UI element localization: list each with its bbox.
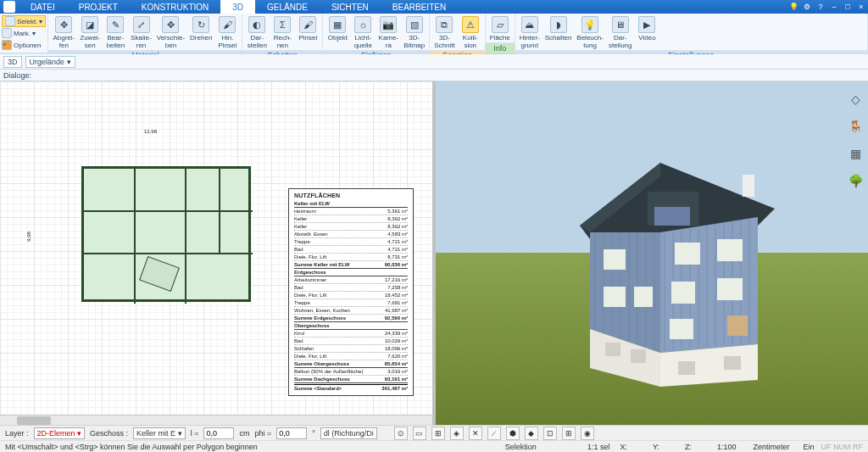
svg-rect-28 (675, 243, 700, 265)
collision-icon: ⚠ (462, 16, 479, 33)
tool-icon[interactable]: ⬢ (506, 427, 520, 440)
ribbon-paint-button[interactable]: ◐Dar-stellen (244, 15, 270, 50)
svg-rect-29 (717, 239, 743, 261)
paint-icon: ◐ (248, 16, 265, 33)
schedule-total-label: Summe <Standard> (294, 386, 342, 392)
close-icon[interactable]: × (854, 1, 868, 13)
menu-bar: DATEI PROJEKT KONSTRUKTION 3D GELÄNDE SI… (0, 0, 868, 14)
ribbon-optionen[interactable]: +Optionen (2, 39, 46, 51)
minimize-icon[interactable]: – (827, 1, 841, 13)
ribbon-object-button[interactable]: ▦Objekt (325, 15, 350, 42)
status-scale: 1:1 sel (587, 443, 610, 451)
move-icon: ✥ (162, 16, 179, 33)
svg-rect-38 (631, 349, 646, 363)
layer-select[interactable]: 2D-Elemen ▾ (34, 427, 86, 439)
tool-icon[interactable]: ⟋ (487, 427, 501, 440)
floor-select[interactable]: Keller mit E ▾ (133, 427, 186, 439)
ribbon-light2-button[interactable]: 💡Beleuch-tung (574, 15, 606, 50)
angle-input[interactable] (276, 427, 307, 439)
tool-icon[interactable]: ⊞ (562, 427, 576, 440)
ribbon-bitmap-button[interactable]: ▧3D-Bitmap (401, 15, 427, 50)
ribbon-group-info: ▱Fläche Info (486, 14, 515, 53)
status-zoom: 1:100 (717, 443, 737, 451)
ribbon-shadow-button[interactable]: ◗Schatten (542, 15, 575, 42)
tool-icon[interactable]: ◆ (525, 427, 538, 440)
ribbon-selekt[interactable]: Selekt.▾ (2, 15, 46, 27)
ribbon-group-schatten: ◐Dar-stellenΣRech-nen🖌Pinsel Schatten (242, 14, 323, 53)
3d-viewport[interactable]: ◇ 🪑 ▦ 🌳 (436, 81, 868, 425)
ribbon-calc-button[interactable]: ΣRech-nen (270, 15, 295, 50)
layers-icon[interactable]: ◇ (846, 90, 865, 109)
cursor-icon (5, 16, 15, 26)
tool-icon[interactable]: ◉ (581, 427, 594, 440)
svg-rect-30 (671, 282, 695, 304)
ribbon-display-button[interactable]: 🖥Dar-stellung (606, 15, 635, 50)
help-icon[interactable]: 💡 (787, 1, 800, 13)
ribbon-edit-button[interactable]: ✎Bear-beiten (103, 15, 128, 50)
ribbon-brush-button[interactable]: 🖌Hin.Pinsel (214, 15, 240, 50)
ribbon-group-auswahl: Selekt.▾ Mark.▾ +Optionen Auswahl (0, 14, 48, 53)
maximize-icon[interactable]: □ (841, 1, 854, 13)
dim-label: 9,98 (26, 232, 31, 242)
tree-icon[interactable]: 🌳 (846, 171, 865, 190)
ribbon-video-button[interactable]: ▶Video (634, 15, 659, 42)
brush-icon: 🖌 (219, 16, 236, 33)
svg-rect-39 (678, 361, 695, 375)
floorplan[interactable] (81, 166, 251, 302)
tool-icon[interactable]: ⊙ (394, 427, 408, 440)
tool-icon[interactable]: ◈ (450, 427, 464, 440)
view-selector-bar: 3D Urgelände ▾ (0, 54, 868, 70)
status-y: Y: (653, 443, 659, 451)
tool-icon[interactable]: ⊡ (543, 427, 557, 440)
menu-tab-datei[interactable]: DATEI (19, 0, 67, 14)
settings-icon[interactable]: ⚙ (800, 1, 814, 13)
furniture-icon[interactable]: 🪑 (846, 117, 865, 136)
tool-icon[interactable]: ✕ (469, 427, 482, 440)
display-icon: 🖥 (612, 16, 629, 33)
scrollbar-horizontal[interactable] (0, 415, 432, 425)
object-icon: ▦ (329, 16, 346, 33)
ribbon-mark[interactable]: Mark.▾ (2, 27, 46, 39)
direction-select[interactable]: dl (Richtung/Di (320, 427, 377, 439)
ribbon-scale-button[interactable]: ⤢Skalie-ren (128, 15, 153, 50)
menu-tab-bearbeiten[interactable]: BEARBEITEN (381, 0, 458, 14)
ribbon-section-button[interactable]: ⧉3D-Schnitt (431, 15, 457, 50)
3d-side-toolbar: ◇ 🪑 ▦ 🌳 (846, 90, 865, 190)
menu-tab-projekt[interactable]: PROJEKT (67, 0, 130, 14)
status-x: X: (620, 443, 627, 451)
menu-tab-3d[interactable]: 3D (220, 0, 255, 14)
schedule-title: NUTZFLÄCHEN (294, 193, 408, 198)
ribbon-bg-button[interactable]: ⛰Hinter-grund (517, 15, 542, 50)
terrain-select[interactable]: Urgelände ▾ (25, 56, 75, 68)
ribbon-rotate-button[interactable]: ↻Drehen (187, 15, 214, 42)
ribbon-collision-button[interactable]: ⚠Kolli-sion (458, 15, 483, 50)
scroll-thumb[interactable] (17, 416, 51, 425)
mark-icon (2, 28, 12, 38)
ribbon-brush-button[interactable]: 🖌Pinsel (295, 15, 320, 42)
question-icon[interactable]: ? (814, 1, 827, 13)
palette-icon[interactable]: ▦ (846, 144, 865, 163)
ribbon-pick-button[interactable]: ✥Abgrei-fen (50, 15, 77, 50)
ribbon-camera-button[interactable]: 📷Kame-ra (376, 15, 401, 50)
status-bar: Mit <Umschalt> und <Strg> können Sie die… (0, 440, 868, 452)
tool-icon[interactable]: ⊞ (431, 427, 445, 440)
menu-tab-konstruktion[interactable]: KONSTRUKTION (130, 0, 220, 14)
video-icon: ▶ (638, 16, 655, 33)
length-input[interactable] (203, 427, 234, 439)
area-icon: ▱ (492, 16, 509, 33)
ribbon-area-button[interactable]: ▱Fläche (487, 15, 513, 42)
ribbon-light-button[interactable]: ☼Licht-quelle (350, 15, 376, 50)
app-icon (3, 1, 15, 13)
tool-icon[interactable]: ▭ (413, 427, 426, 440)
status-ein: Ein (803, 443, 814, 451)
light2-icon: 💡 (581, 16, 598, 33)
menu-tab-sichten[interactable]: SICHTEN (320, 0, 381, 14)
ribbon-assign-button[interactable]: ◪Zuwei-sen (77, 15, 103, 50)
pick-icon: ✥ (55, 16, 72, 33)
ribbon-move-button[interactable]: ✥Verschie-ben (154, 15, 187, 50)
2d-viewport[interactable]: 11,98 9,98 NUTZFLÄCHEN Keller mit ELWHei… (0, 81, 436, 425)
view-mode-select[interactable]: 3D (3, 56, 22, 68)
menu-tab-gelaende[interactable]: GELÄNDE (255, 0, 320, 14)
angle-label: phi = (254, 429, 271, 438)
floor-label: Geschoss : (90, 429, 128, 438)
